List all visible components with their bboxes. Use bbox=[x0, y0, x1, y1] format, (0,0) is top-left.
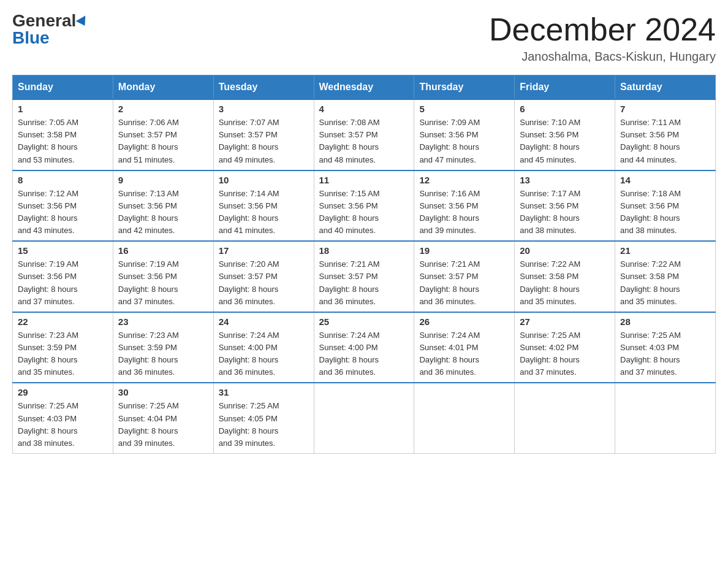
day-info: Sunrise: 7:22 AMSunset: 3:58 PMDaylight:… bbox=[620, 259, 681, 305]
table-row: 12 Sunrise: 7:16 AMSunset: 3:56 PMDaylig… bbox=[414, 170, 515, 242]
day-info: Sunrise: 7:25 AMSunset: 4:05 PMDaylight:… bbox=[219, 401, 279, 447]
day-number: 15 bbox=[18, 245, 108, 256]
table-row: 29 Sunrise: 7:25 AMSunset: 4:03 PMDaylig… bbox=[13, 383, 113, 453]
table-row: 21 Sunrise: 7:22 AMSunset: 3:58 PMDaylig… bbox=[615, 241, 716, 312]
day-info: Sunrise: 7:24 AMSunset: 4:00 PMDaylight:… bbox=[319, 331, 380, 377]
day-info: Sunrise: 7:21 AMSunset: 3:57 PMDaylight:… bbox=[419, 259, 480, 305]
day-info: Sunrise: 7:05 AMSunset: 3:58 PMDaylight:… bbox=[18, 118, 78, 164]
day-number: 11 bbox=[319, 175, 409, 185]
day-info: Sunrise: 7:24 AMSunset: 4:00 PMDaylight:… bbox=[219, 331, 279, 377]
day-number: 14 bbox=[620, 175, 710, 185]
day-number: 21 bbox=[620, 245, 710, 256]
table-row: 19 Sunrise: 7:21 AMSunset: 3:57 PMDaylig… bbox=[414, 241, 515, 312]
table-row: 8 Sunrise: 7:12 AMSunset: 3:56 PMDayligh… bbox=[13, 170, 113, 242]
day-info: Sunrise: 7:12 AMSunset: 3:56 PMDaylight:… bbox=[18, 189, 78, 235]
week-row-4: 22 Sunrise: 7:23 AMSunset: 3:59 PMDaylig… bbox=[13, 312, 716, 383]
col-sunday: Sunday bbox=[13, 75, 113, 100]
calendar-table: Sunday Monday Tuesday Wednesday Thursday… bbox=[12, 75, 716, 454]
table-row bbox=[414, 383, 515, 453]
day-info: Sunrise: 7:06 AMSunset: 3:57 PMDaylight:… bbox=[118, 118, 179, 164]
day-info: Sunrise: 7:09 AMSunset: 3:56 PMDaylight:… bbox=[419, 118, 480, 164]
table-row: 5 Sunrise: 7:09 AMSunset: 3:56 PMDayligh… bbox=[414, 99, 515, 170]
day-info: Sunrise: 7:20 AMSunset: 3:57 PMDaylight:… bbox=[219, 259, 279, 305]
table-row: 9 Sunrise: 7:13 AMSunset: 3:56 PMDayligh… bbox=[113, 170, 213, 242]
day-number: 2 bbox=[118, 104, 208, 114]
day-info: Sunrise: 7:19 AMSunset: 3:56 PMDaylight:… bbox=[118, 259, 179, 305]
day-number: 24 bbox=[219, 316, 309, 327]
day-info: Sunrise: 7:11 AMSunset: 3:56 PMDaylight:… bbox=[620, 118, 681, 164]
day-info: Sunrise: 7:07 AMSunset: 3:57 PMDaylight:… bbox=[219, 118, 279, 164]
table-row bbox=[515, 383, 615, 453]
day-number: 19 bbox=[419, 245, 509, 256]
day-number: 9 bbox=[118, 175, 208, 185]
col-tuesday: Tuesday bbox=[213, 75, 314, 100]
day-info: Sunrise: 7:13 AMSunset: 3:56 PMDaylight:… bbox=[118, 189, 179, 235]
day-number: 27 bbox=[520, 316, 610, 327]
table-row: 2 Sunrise: 7:06 AMSunset: 3:57 PMDayligh… bbox=[113, 99, 213, 170]
day-info: Sunrise: 7:10 AMSunset: 3:56 PMDaylight:… bbox=[520, 118, 580, 164]
location-text: Janoshalma, Bacs-Kiskun, Hungary bbox=[489, 50, 716, 64]
day-number: 22 bbox=[18, 316, 108, 327]
day-number: 13 bbox=[520, 175, 610, 185]
day-info: Sunrise: 7:14 AMSunset: 3:56 PMDaylight:… bbox=[219, 189, 279, 235]
col-wednesday: Wednesday bbox=[314, 75, 414, 100]
week-row-5: 29 Sunrise: 7:25 AMSunset: 4:03 PMDaylig… bbox=[13, 383, 716, 453]
table-row: 10 Sunrise: 7:14 AMSunset: 3:56 PMDaylig… bbox=[213, 170, 314, 242]
logo: General Blue bbox=[12, 12, 88, 47]
table-row bbox=[615, 383, 716, 453]
logo-blue-text: Blue bbox=[12, 29, 50, 47]
table-row: 27 Sunrise: 7:25 AMSunset: 4:02 PMDaylig… bbox=[515, 312, 615, 383]
logo-general-text: General bbox=[12, 12, 88, 29]
week-row-1: 1 Sunrise: 7:05 AMSunset: 3:58 PMDayligh… bbox=[13, 99, 716, 170]
col-saturday: Saturday bbox=[615, 75, 716, 100]
day-number: 4 bbox=[319, 104, 409, 114]
day-number: 10 bbox=[219, 175, 309, 185]
logo-arrow-icon bbox=[76, 15, 90, 28]
day-number: 12 bbox=[419, 175, 509, 185]
week-row-2: 8 Sunrise: 7:12 AMSunset: 3:56 PMDayligh… bbox=[13, 170, 716, 242]
day-info: Sunrise: 7:24 AMSunset: 4:01 PMDaylight:… bbox=[419, 331, 480, 377]
table-row: 1 Sunrise: 7:05 AMSunset: 3:58 PMDayligh… bbox=[13, 99, 113, 170]
day-number: 7 bbox=[620, 104, 710, 114]
table-row: 15 Sunrise: 7:19 AMSunset: 3:56 PMDaylig… bbox=[13, 241, 113, 312]
day-number: 31 bbox=[219, 387, 309, 397]
day-info: Sunrise: 7:08 AMSunset: 3:57 PMDaylight:… bbox=[319, 118, 380, 164]
day-number: 28 bbox=[620, 316, 710, 327]
table-row: 23 Sunrise: 7:23 AMSunset: 3:59 PMDaylig… bbox=[113, 312, 213, 383]
month-title: December 2024 bbox=[489, 12, 716, 47]
day-number: 26 bbox=[419, 316, 509, 327]
col-friday: Friday bbox=[515, 75, 615, 100]
table-row: 11 Sunrise: 7:15 AMSunset: 3:56 PMDaylig… bbox=[314, 170, 414, 242]
day-number: 6 bbox=[520, 104, 610, 114]
day-info: Sunrise: 7:18 AMSunset: 3:56 PMDaylight:… bbox=[620, 189, 681, 235]
day-info: Sunrise: 7:23 AMSunset: 3:59 PMDaylight:… bbox=[118, 331, 179, 377]
table-row: 14 Sunrise: 7:18 AMSunset: 3:56 PMDaylig… bbox=[615, 170, 716, 242]
table-row: 4 Sunrise: 7:08 AMSunset: 3:57 PMDayligh… bbox=[314, 99, 414, 170]
col-thursday: Thursday bbox=[414, 75, 515, 100]
calendar-header-row: Sunday Monday Tuesday Wednesday Thursday… bbox=[13, 75, 716, 100]
day-info: Sunrise: 7:25 AMSunset: 4:02 PMDaylight:… bbox=[520, 331, 580, 377]
table-row bbox=[314, 383, 414, 453]
table-row: 16 Sunrise: 7:19 AMSunset: 3:56 PMDaylig… bbox=[113, 241, 213, 312]
day-number: 20 bbox=[520, 245, 610, 256]
day-info: Sunrise: 7:22 AMSunset: 3:58 PMDaylight:… bbox=[520, 259, 580, 305]
table-row: 3 Sunrise: 7:07 AMSunset: 3:57 PMDayligh… bbox=[213, 99, 314, 170]
table-row: 20 Sunrise: 7:22 AMSunset: 3:58 PMDaylig… bbox=[515, 241, 615, 312]
day-info: Sunrise: 7:16 AMSunset: 3:56 PMDaylight:… bbox=[419, 189, 480, 235]
day-number: 8 bbox=[18, 175, 108, 185]
week-row-3: 15 Sunrise: 7:19 AMSunset: 3:56 PMDaylig… bbox=[13, 241, 716, 312]
day-info: Sunrise: 7:25 AMSunset: 4:03 PMDaylight:… bbox=[620, 331, 681, 377]
day-number: 5 bbox=[419, 104, 509, 114]
table-row: 28 Sunrise: 7:25 AMSunset: 4:03 PMDaylig… bbox=[615, 312, 716, 383]
day-number: 29 bbox=[18, 387, 108, 397]
table-row: 30 Sunrise: 7:25 AMSunset: 4:04 PMDaylig… bbox=[113, 383, 213, 453]
day-info: Sunrise: 7:25 AMSunset: 4:04 PMDaylight:… bbox=[118, 401, 179, 447]
table-row: 7 Sunrise: 7:11 AMSunset: 3:56 PMDayligh… bbox=[615, 99, 716, 170]
day-info: Sunrise: 7:25 AMSunset: 4:03 PMDaylight:… bbox=[18, 401, 78, 447]
day-number: 17 bbox=[219, 245, 309, 256]
table-row: 6 Sunrise: 7:10 AMSunset: 3:56 PMDayligh… bbox=[515, 99, 615, 170]
day-info: Sunrise: 7:15 AMSunset: 3:56 PMDaylight:… bbox=[319, 189, 380, 235]
day-number: 16 bbox=[118, 245, 208, 256]
day-info: Sunrise: 7:17 AMSunset: 3:56 PMDaylight:… bbox=[520, 189, 580, 235]
day-info: Sunrise: 7:21 AMSunset: 3:57 PMDaylight:… bbox=[319, 259, 380, 305]
